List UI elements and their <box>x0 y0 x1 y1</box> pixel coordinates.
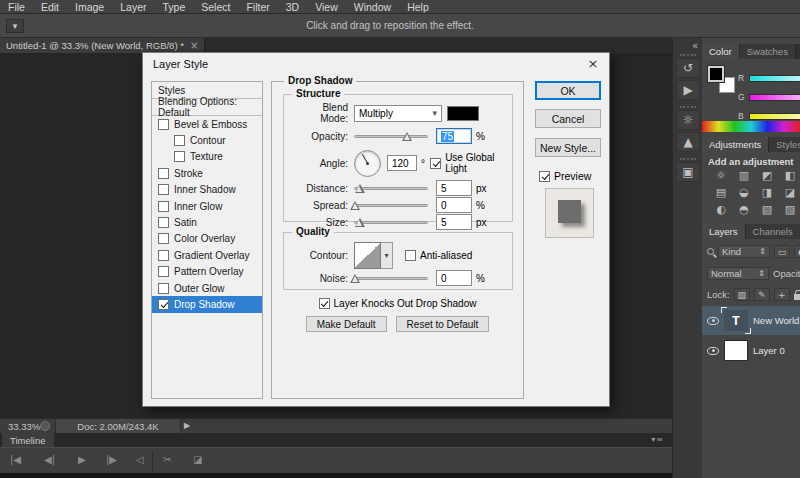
blend-mode-dropdown[interactable]: Multiply ▾ <box>354 105 442 122</box>
opacity-input[interactable]: 75 <box>436 128 472 144</box>
adjustment-brightness-contrast-icon[interactable]: ☼ <box>714 169 728 182</box>
document-size-info[interactable]: Doc: 2.00M/243.4K <box>55 419 181 433</box>
reset-to-default-button[interactable]: Reset to Default <box>396 316 490 332</box>
new-style-button[interactable]: New Style... <box>535 138 601 157</box>
tab-styles[interactable]: Styles <box>769 137 800 152</box>
layer-row-layer-0[interactable]: Layer 0 <box>702 336 800 365</box>
style-item-drop-shadow[interactable]: Drop Shadow <box>152 296 262 312</box>
menu-help[interactable]: Help <box>407 1 429 13</box>
drop-shadow-checkbox[interactable] <box>158 299 169 310</box>
clone-source-panel-icon[interactable]: ▣ <box>676 162 700 182</box>
status-options-arrow-icon[interactable]: ▶ <box>184 421 190 430</box>
document-tab[interactable]: Untitled-1 @ 33.3% (New World, RGB/8) * … <box>0 38 205 53</box>
menu-filter[interactable]: Filter <box>246 1 269 13</box>
tab-swatches[interactable]: Swatches <box>740 44 796 59</box>
style-item-texture[interactable]: Texture <box>152 149 262 165</box>
menu-select[interactable]: Select <box>201 1 230 13</box>
timeline-transition-button[interactable]: ◪ <box>193 454 202 465</box>
contour-dropdown-arrow-icon[interactable]: ▾ <box>381 242 393 269</box>
layer-visibility-eye-icon[interactable] <box>707 347 719 355</box>
outer-glow-checkbox[interactable] <box>158 283 169 294</box>
layer-filter-kind-select[interactable]: Kind ⇕ <box>718 245 770 258</box>
adjustment-channel-mixer-icon[interactable]: ◓ <box>737 203 751 216</box>
menu-window[interactable]: Window <box>354 1 391 13</box>
layer-knocks-out-checkbox[interactable] <box>319 298 330 309</box>
adjustment-color-lookup-icon[interactable]: ▧ <box>760 203 774 216</box>
layer-name[interactable]: New World <box>753 315 799 326</box>
menu-image[interactable]: Image <box>75 1 104 13</box>
style-item-color-overlay[interactable]: Color Overlay <box>152 231 262 247</box>
filter-pixel-layers-icon[interactable]: ▭ <box>774 245 790 258</box>
angle-input[interactable]: 120 <box>387 155 417 171</box>
blending-options-item[interactable]: Blending Options: Default <box>152 99 262 116</box>
dialog-close-icon[interactable]: × <box>585 57 601 72</box>
layer-row-new-world[interactable]: T New World <box>702 306 800 335</box>
menu-layer[interactable]: Layer <box>120 1 146 13</box>
satin-checkbox[interactable] <box>158 217 169 228</box>
style-item-inner-shadow[interactable]: Inner Shadow <box>152 182 262 198</box>
timeline-split-button[interactable]: ✂ <box>163 454 171 465</box>
document-tab-close-icon[interactable]: × <box>190 40 198 51</box>
timeline-first-frame-button[interactable]: |◀ <box>10 454 21 465</box>
menu-file[interactable]: File <box>8 1 25 13</box>
shadow-color-swatch[interactable] <box>447 106 479 121</box>
bevel-emboss-checkbox[interactable] <box>158 119 169 130</box>
zoom-level[interactable]: 33.33% <box>8 421 40 432</box>
anti-aliased-option[interactable]: Anti-aliased <box>405 250 472 261</box>
green-channel-slider[interactable] <box>749 94 800 101</box>
distance-slider[interactable] <box>354 182 428 195</box>
style-item-contour[interactable]: Contour <box>152 132 262 148</box>
color-spectrum-ramp[interactable] <box>702 121 800 132</box>
contour-picker[interactable] <box>354 242 381 269</box>
filter-adjustment-layers-icon[interactable]: ◐ <box>794 245 800 258</box>
knockout-option[interactable]: Layer Knocks Out Drop Shadow <box>272 298 523 309</box>
preview-option[interactable]: Preview <box>539 170 591 182</box>
foreground-color-swatch[interactable] <box>708 66 724 82</box>
tab-layers[interactable]: Layers <box>702 224 746 239</box>
lock-brush-icon[interactable]: ✎ <box>754 288 770 301</box>
tab-adjustments[interactable]: Adjustments <box>702 137 769 152</box>
adjustment-color-balance-icon[interactable]: ◨ <box>760 186 774 199</box>
menu-view[interactable]: View <box>315 1 338 13</box>
style-item-gradient-overlay[interactable]: Gradient Overlay <box>152 247 262 263</box>
anti-aliased-checkbox[interactable] <box>405 250 416 261</box>
lock-move-icon[interactable]: + <box>774 288 790 301</box>
style-item-outer-glow[interactable]: Outer Glow <box>152 280 262 296</box>
use-global-light-checkbox[interactable] <box>430 158 441 169</box>
color-overlay-checkbox[interactable] <box>158 233 169 244</box>
contour-checkbox[interactable] <box>174 135 185 146</box>
blue-channel-slider[interactable] <box>749 113 800 120</box>
layer-visibility-eye-icon[interactable] <box>707 317 719 325</box>
text-layer-thumbnail[interactable]: T <box>724 310 748 331</box>
texture-checkbox[interactable] <box>174 151 185 162</box>
adjustment-curves-icon[interactable]: ◩ <box>760 169 774 182</box>
adjustment-photo-filter-icon[interactable]: ◐ <box>714 203 728 216</box>
red-channel-slider[interactable] <box>749 75 800 82</box>
style-item-inner-glow[interactable]: Inner Glow <box>152 198 262 214</box>
lock-all-icon[interactable] <box>794 294 800 300</box>
adjustment-levels-icon[interactable]: ▥ <box>737 169 751 182</box>
adjustments-panel-icon[interactable]: ☼ <box>676 110 700 130</box>
tab-timeline[interactable]: Timeline <box>2 433 54 447</box>
actions-panel-icon[interactable]: ▶ <box>676 80 700 100</box>
stroke-checkbox[interactable] <box>158 168 169 179</box>
size-input[interactable]: 5 <box>436 214 472 230</box>
menu-3d[interactable]: 3D <box>286 1 299 13</box>
preview-checkbox[interactable] <box>539 171 550 182</box>
menu-edit[interactable]: Edit <box>41 1 59 13</box>
use-global-light-option[interactable]: Use Global Light <box>430 152 506 174</box>
timeline-audio-button[interactable]: ◁ <box>136 454 144 465</box>
style-item-bevel-emboss[interactable]: Bevel & Emboss <box>152 116 262 132</box>
angle-dial[interactable] <box>354 150 381 177</box>
make-default-button[interactable]: Make Default <box>306 316 387 332</box>
blend-mode-select[interactable]: Normal ⇕ <box>707 267 769 280</box>
image-layer-thumbnail[interactable] <box>724 340 748 361</box>
menu-type[interactable]: Type <box>162 1 185 13</box>
style-item-satin[interactable]: Satin <box>152 214 262 230</box>
history-panel-icon[interactable]: ↺ <box>676 58 700 78</box>
ok-button[interactable]: OK <box>535 81 601 100</box>
adjustment-hue-saturation-icon[interactable]: ◒ <box>737 186 751 199</box>
tab-color[interactable]: Color <box>702 44 740 59</box>
noise-slider[interactable] <box>354 272 428 285</box>
adjustment-black-white-icon[interactable]: ◪ <box>783 186 797 199</box>
